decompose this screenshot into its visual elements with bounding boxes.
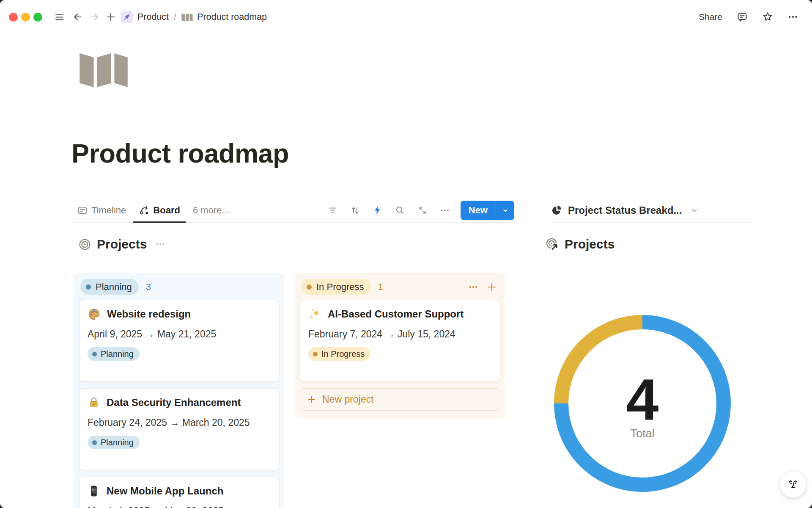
donut-total-label: Total [630,427,654,440]
card-website-redesign[interactable]: Website redesign April 9, 2025 → May 21,… [79,300,280,382]
column-planning-cards: Website redesign April 9, 2025 → May 21,… [74,300,284,508]
card-dates: February 24, 2025 → March 20, 2025 [88,417,271,428]
sparkles-icon [308,308,321,321]
minimize-window-button[interactable] [21,13,30,22]
share-button[interactable]: Share [699,12,722,22]
donut-total-value: 4 [626,367,659,432]
chart-section-heading: Projects [545,237,614,251]
app-window: Product / Product roadmap Share Product … [0,0,812,508]
tab-board[interactable]: Board [139,198,180,222]
kanban-board: Planning 3 Website redesign April 9, 202… [74,273,505,508]
phone-icon [88,485,100,497]
status-dot [313,352,318,356]
column-count: 3 [146,282,151,293]
window-controls [9,13,42,22]
card-dates: March 4, 2025 → May 30, 2025 [88,505,271,508]
comments-icon[interactable] [737,11,748,22]
column-more-icon[interactable] [468,282,479,293]
search-icon[interactable] [395,205,405,215]
board-section-heading: Projects [78,237,166,251]
status-dot [86,284,91,290]
views-toolbar: Timeline Board 6 more... [72,198,514,223]
column-in-progress-header: In Progress 1 [295,273,505,300]
tab-board-label: Board [153,205,180,216]
status-dot [92,440,97,445]
forward-icon[interactable] [89,11,100,22]
card-data-security-enhancement[interactable]: Data Security Enhancement February 24, 2… [79,388,280,470]
view-tabs: Timeline Board [77,198,180,222]
new-tab-icon[interactable] [105,11,116,22]
back-icon[interactable] [72,11,83,22]
status-dot [307,284,312,290]
status-dot [92,352,97,356]
column-planning: Planning 3 Website redesign April 9, 202… [74,273,284,508]
new-project-label: New project [322,394,373,405]
card-status-label: Planning [101,349,134,359]
linked-target-icon [545,237,559,251]
chart-view-title: Project Status Breakd... [568,204,682,216]
status-breakdown-donut-chart: 4 Total [545,306,740,501]
palette-icon [88,308,101,321]
workspace-dart-icon[interactable] [121,11,133,23]
new-dropdown-chevron-icon[interactable] [496,201,514,220]
expand-icon[interactable] [417,205,428,215]
sidebar-menu-icon[interactable] [54,11,65,22]
target-icon [78,238,91,251]
section-more-icon[interactable] [155,239,166,250]
column-planning-header: Planning 3 [74,273,284,300]
breadcrumb-page[interactable]: Product roadmap [197,12,267,22]
active-tab-underline [133,221,186,223]
close-window-button[interactable] [9,13,18,22]
card-new-mobile-app-launch[interactable]: New Mobile App Launch March 4, 2025 → Ma… [79,477,280,508]
column-in-progress: In Progress 1 AI-Based Customer Supp [295,273,505,419]
new-button-group: New [461,201,514,220]
status-pill-planning[interactable]: Planning [80,279,139,295]
view-more-icon[interactable] [440,205,450,215]
new-project-button[interactable]: New project [300,388,500,411]
card-title: New Mobile App Launch [107,485,223,497]
ai-face-icon [785,477,801,492]
zoom-window-button[interactable] [33,13,42,22]
column-actions [468,282,497,293]
card-title: Website redesign [107,308,191,320]
breadcrumb-workspace[interactable]: Product [137,12,169,22]
status-pill-in-progress[interactable]: In Progress [301,279,371,295]
favorite-star-icon[interactable] [762,11,773,22]
chevron-down-icon [690,206,699,215]
card-status-label: In Progress [321,349,365,359]
filter-icon[interactable] [328,205,338,215]
sort-icon[interactable] [350,205,360,215]
card-dates: April 9, 2025 → May 21, 2025 [88,329,271,340]
card-status-pill: In Progress [308,347,370,361]
card-ai-based-customer-support[interactable]: AI-Based Customer Support February 7, 20… [300,300,500,382]
card-title: Data Security Enhancement [107,397,241,409]
topbar: Product / Product roadmap Share [0,0,812,34]
board-icon [139,205,149,215]
tab-timeline-label: Timeline [91,205,126,216]
more-views-button[interactable]: 6 more... [193,205,230,216]
card-status-pill: Planning [88,347,140,361]
more-options-icon[interactable] [787,11,798,22]
card-status-pill: Planning [88,436,140,449]
board-section-title[interactable]: Projects [97,237,147,251]
pie-chart-icon [551,204,562,216]
page-map-icon[interactable] [79,50,129,88]
timeline-icon [77,205,88,215]
status-pill-label: Planning [96,282,132,293]
topbar-actions: Share [699,11,798,22]
breadcrumb: Product / Product roadmap [137,12,267,22]
plus-icon [307,395,317,405]
column-add-card-icon[interactable] [486,282,497,293]
card-status-label: Planning [101,438,134,447]
new-button[interactable]: New [461,201,496,220]
column-count: 1 [378,282,383,293]
column-in-progress-cards: AI-Based Customer Support February 7, 20… [295,300,505,382]
card-dates: February 7, 2024 → July 15, 2024 [308,329,492,340]
tab-timeline[interactable]: Timeline [77,198,126,222]
chart-section-title[interactable]: Projects [565,237,614,251]
view-actions [328,205,450,215]
notion-ai-button[interactable] [779,471,807,498]
chart-view-selector[interactable]: Project Status Breakd... [551,198,752,223]
page-title[interactable]: Product roadmap [71,138,289,168]
automations-lightning-icon[interactable] [373,205,383,215]
